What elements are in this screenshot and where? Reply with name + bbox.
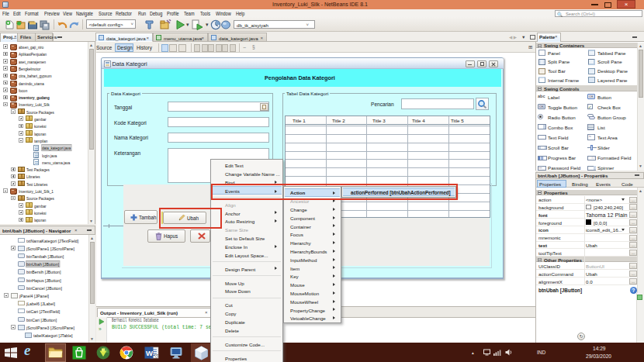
svg-text:W: W	[146, 349, 153, 357]
